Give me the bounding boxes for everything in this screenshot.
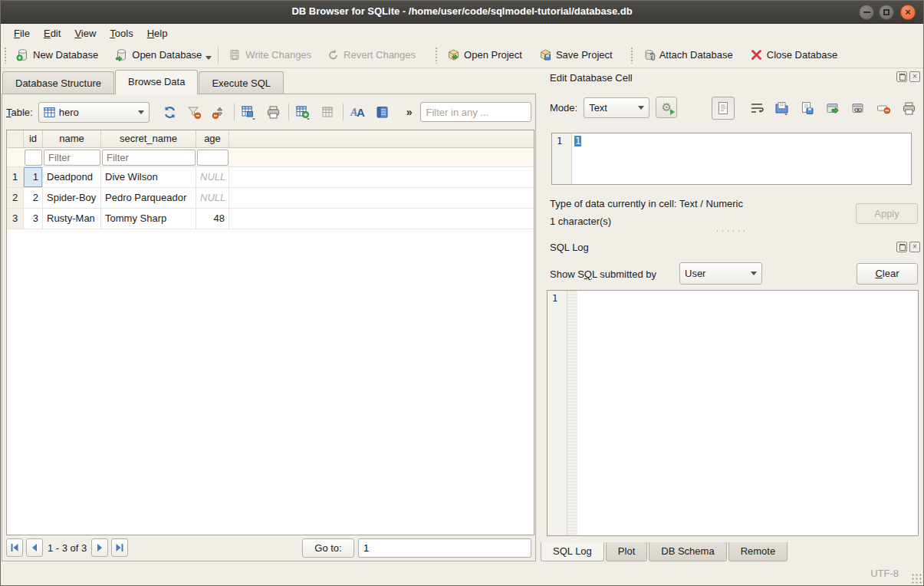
cell-age[interactable]: NULL xyxy=(196,167,229,187)
dock-tab-db-schema[interactable]: DB Schema xyxy=(649,542,726,561)
clear-log-button[interactable]: Clear xyxy=(857,263,918,285)
revert-changes-button[interactable]: Revert Changes xyxy=(321,45,421,64)
row-number[interactable]: 1 xyxy=(7,167,24,187)
cell-name[interactable]: Spider-Boy xyxy=(43,188,101,208)
menu-edit[interactable]: Edit xyxy=(37,25,67,41)
save-table-button[interactable] xyxy=(239,102,259,122)
dock-tab-remote[interactable]: Remote xyxy=(728,542,788,561)
maximize-button[interactable] xyxy=(879,5,894,20)
toolbar-drag-handle[interactable] xyxy=(4,47,8,64)
sql-log-filter-select[interactable]: User xyxy=(679,262,762,285)
tab-browse-data[interactable]: Browse Data xyxy=(115,70,198,94)
grid-corner[interactable] xyxy=(7,130,24,147)
new-database-button[interactable]: New Database xyxy=(11,45,104,64)
cell-id[interactable]: 2 xyxy=(24,188,43,208)
toolbar-overflow-chevron[interactable]: » xyxy=(403,106,416,118)
table-row: 2 2 Spider-Boy Pedro Parqueador NULL xyxy=(7,188,534,209)
link-data-button[interactable] xyxy=(848,98,868,118)
write-changes-button[interactable]: Write Changes xyxy=(223,45,317,64)
import-icon xyxy=(774,101,790,115)
clear-sort-button[interactable] xyxy=(209,102,229,122)
maximize-icon xyxy=(883,9,889,15)
refresh-button[interactable] xyxy=(160,102,180,122)
float-dock-icon[interactable] xyxy=(896,242,907,252)
word-wrap-button[interactable] xyxy=(747,98,767,118)
row-number[interactable]: 3 xyxy=(7,209,24,229)
cell-id[interactable]: 3 xyxy=(24,209,43,229)
column-header-secret-name[interactable]: secret_name xyxy=(101,130,196,147)
mode-select[interactable]: Text xyxy=(584,97,649,118)
save-project-button[interactable]: Save Project xyxy=(534,45,618,64)
filter-any-column-input[interactable] xyxy=(420,102,532,122)
row-number[interactable]: 2 xyxy=(7,188,24,208)
print-cell-button[interactable] xyxy=(899,98,919,118)
cell-name[interactable]: Rusty-Man xyxy=(43,209,101,229)
menu-tools[interactable]: Tools xyxy=(103,25,140,41)
set-null-button[interactable] xyxy=(873,98,893,118)
cell-secret-name[interactable]: Tommy Sharp xyxy=(101,209,196,229)
apply-data-button[interactable] xyxy=(823,98,843,118)
column-header-name[interactable]: name xyxy=(43,130,101,147)
close-button[interactable]: × xyxy=(900,5,916,20)
first-record-button[interactable] xyxy=(6,538,23,557)
close-dock-icon[interactable]: × xyxy=(909,242,920,252)
export-cell-data-button[interactable] xyxy=(797,98,817,118)
import-cell-data-button[interactable] xyxy=(772,98,792,118)
dock-splitter-handle[interactable] xyxy=(715,229,748,233)
cell-name[interactable]: Deadpond xyxy=(43,167,101,187)
delete-record-button[interactable] xyxy=(318,102,338,122)
filter-input-name[interactable] xyxy=(44,150,100,166)
toolbar-drag-handle[interactable] xyxy=(435,47,439,64)
cell-secret-name[interactable]: Pedro Parqueador xyxy=(101,188,196,208)
tab-execute-sql[interactable]: Execute SQL xyxy=(199,71,284,94)
text-mode-button[interactable] xyxy=(712,97,735,120)
column-header-id[interactable]: id xyxy=(24,130,43,147)
open-project-button[interactable]: Open Project xyxy=(442,45,528,64)
last-record-button[interactable] xyxy=(111,538,128,557)
table-icon xyxy=(44,107,55,118)
close-database-button[interactable]: Close Database xyxy=(745,45,843,64)
cell-id[interactable]: 1 xyxy=(24,167,43,187)
menu-help[interactable]: Help xyxy=(140,25,175,41)
sql-log-editor[interactable]: 1 xyxy=(547,290,919,536)
table-select[interactable]: hero xyxy=(38,102,150,123)
next-record-button[interactable] xyxy=(91,538,108,557)
cell-editor[interactable]: 1 1 xyxy=(551,133,912,185)
goto-record-input[interactable] xyxy=(358,538,531,558)
filter-input-age[interactable] xyxy=(197,150,229,166)
close-dock-icon[interactable]: × xyxy=(909,71,920,82)
tab-database-structure[interactable]: Database Structure xyxy=(2,71,114,94)
filter-input-secret-name[interactable] xyxy=(102,150,196,166)
cell-age[interactable]: NULL xyxy=(196,188,229,208)
open-database-button[interactable]: Open Database xyxy=(110,45,207,64)
clear-filters-button[interactable] xyxy=(185,102,205,122)
previous-record-button[interactable] xyxy=(26,538,43,557)
float-dock-icon[interactable] xyxy=(896,71,907,82)
apply-button[interactable]: Apply xyxy=(856,203,918,224)
filter-input-id[interactable] xyxy=(25,150,42,166)
insert-record-button[interactable] xyxy=(294,102,314,122)
menu-file[interactable]: File xyxy=(7,25,37,41)
minimize-button[interactable] xyxy=(859,5,874,20)
set-default-mode-button[interactable]: ⚙ xyxy=(656,97,677,118)
link-icon xyxy=(851,102,866,115)
resize-grip[interactable] xyxy=(911,573,922,584)
cell-secret-name[interactable]: Dive Wilson xyxy=(101,167,196,187)
cell-age[interactable]: 48 xyxy=(196,209,229,229)
dock-tab-sql-log[interactable]: SQL Log xyxy=(541,542,604,561)
apply-window-icon xyxy=(826,102,840,115)
goto-button[interactable]: Go to: xyxy=(302,538,354,558)
cell-editor-content[interactable]: 1 xyxy=(574,136,581,146)
edit-display-format-button[interactable] xyxy=(373,102,393,122)
attach-database-button[interactable]: Attach Database xyxy=(637,45,738,64)
column-header-age[interactable]: age xyxy=(196,130,229,147)
write-changes-icon xyxy=(229,48,242,61)
print-table-button[interactable] xyxy=(264,102,284,122)
toolbar-drag-handle[interactable] xyxy=(630,47,634,64)
save-project-icon xyxy=(539,48,552,61)
menu-view[interactable]: View xyxy=(67,25,103,41)
set-null-icon xyxy=(876,102,891,115)
dock-tab-plot[interactable]: Plot xyxy=(606,542,647,561)
font-settings-button[interactable]: AA xyxy=(348,102,368,122)
open-database-dropdown-caret[interactable] xyxy=(206,56,212,60)
